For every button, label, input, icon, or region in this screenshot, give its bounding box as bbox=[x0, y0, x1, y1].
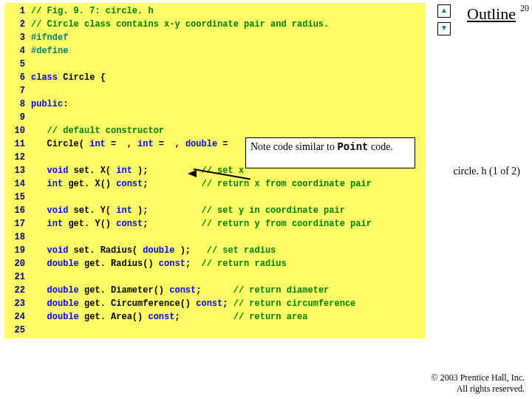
line-number: 25 bbox=[4, 324, 31, 337]
line-number: 5 bbox=[4, 58, 31, 71]
code-text: int get. Y() const; // return y from coo… bbox=[31, 217, 372, 231]
code-line: 24 double get. Area() const; // return a… bbox=[4, 310, 426, 324]
line-number: 14 bbox=[4, 177, 31, 191]
line-number: 3 bbox=[4, 31, 31, 44]
code-text: void set. Y( int ); // set y in coordina… bbox=[31, 204, 345, 217]
code-text: class Circle { bbox=[31, 71, 106, 84]
code-line: 22 double get. Diameter() const; // retu… bbox=[4, 284, 426, 297]
code-text: double get. Radius() const; // return ra… bbox=[31, 257, 287, 270]
callout-code-word: Point bbox=[337, 141, 368, 153]
code-line: 10 // default constructor bbox=[4, 124, 426, 137]
code-line: 6class Circle { bbox=[4, 71, 426, 84]
line-number: 13 bbox=[4, 164, 31, 177]
callout-note: Note code similar to Point code. bbox=[245, 137, 415, 168]
code-line: 7 bbox=[4, 84, 426, 98]
line-number: 11 bbox=[4, 137, 31, 151]
line-number: 6 bbox=[4, 71, 31, 84]
code-line: 21 bbox=[4, 270, 426, 284]
line-number: 24 bbox=[4, 310, 31, 324]
line-number: 20 bbox=[4, 257, 31, 270]
code-line: 8public: bbox=[4, 98, 426, 111]
slide-caption: circle. h (1 of 2) bbox=[453, 166, 520, 177]
line-number: 9 bbox=[4, 111, 31, 124]
code-line: 1// Fig. 9. 7: circle. h bbox=[4, 4, 426, 18]
callout-arrow-head bbox=[188, 170, 197, 177]
code-text: void set. X( int ); // set x bbox=[31, 164, 244, 177]
scroll-down-button[interactable]: ▼ bbox=[437, 22, 451, 35]
line-number: 1 bbox=[4, 4, 31, 18]
scroll-up-button[interactable]: ▲ bbox=[437, 4, 451, 18]
code-text: // Fig. 9. 7: circle. h bbox=[31, 4, 154, 18]
code-line: 14 int get. X() const; // return x from … bbox=[4, 177, 426, 191]
callout-text-pre: Note code similar to bbox=[250, 141, 337, 152]
code-text: Circle( int = , int = , double = ); bbox=[31, 137, 265, 151]
line-number: 2 bbox=[4, 18, 31, 31]
code-text: // Circle class contains x-y coordinate … bbox=[31, 18, 329, 31]
code-line: 19 void set. Radius( double ); // set ra… bbox=[4, 244, 426, 257]
code-line: 18 bbox=[4, 231, 426, 244]
code-text: #ifndef bbox=[31, 31, 68, 44]
slide: ▲ ▼ Outline 20 1// Fig. 9. 7: circle. h2… bbox=[0, 0, 532, 399]
code-text: double get. Diameter() const; // return … bbox=[31, 284, 329, 297]
line-number: 15 bbox=[4, 191, 31, 204]
code-line: 4#define bbox=[4, 44, 426, 58]
code-line: 9 bbox=[4, 111, 426, 124]
line-number: 23 bbox=[4, 297, 31, 310]
line-number: 4 bbox=[4, 44, 31, 58]
line-number: 7 bbox=[4, 84, 31, 98]
line-number: 17 bbox=[4, 217, 31, 231]
line-number: 16 bbox=[4, 204, 31, 217]
code-block: 1// Fig. 9. 7: circle. h2// Circle class… bbox=[4, 3, 426, 338]
code-text: #define bbox=[31, 44, 68, 58]
line-number: 21 bbox=[4, 270, 31, 284]
code-line: 25 bbox=[4, 324, 426, 337]
line-number: 8 bbox=[4, 98, 31, 111]
line-number: 10 bbox=[4, 124, 31, 137]
copyright-line-2: All rights reserved. bbox=[432, 383, 525, 395]
code-line: 3#ifndef bbox=[4, 31, 426, 44]
copyright-line-1: © 2003 Prentice Hall, Inc. bbox=[432, 372, 525, 383]
outline-heading: Outline bbox=[467, 4, 516, 24]
code-text: int get. X() const; // return x from coo… bbox=[31, 177, 372, 191]
code-line: 15 bbox=[4, 191, 426, 204]
code-text: void set. Radius( double ); // set radiu… bbox=[31, 244, 276, 257]
code-line: 2// Circle class contains x-y coordinate… bbox=[4, 18, 426, 31]
code-text: double get. Area() const; // return area bbox=[31, 310, 308, 324]
callout-text-post: code. bbox=[368, 141, 392, 152]
code-text: double get. Circumference() const; // re… bbox=[31, 297, 355, 310]
page-number: 20 bbox=[520, 3, 529, 14]
code-line: 5 bbox=[4, 58, 426, 71]
copyright: © 2003 Prentice Hall, Inc. All rights re… bbox=[432, 372, 525, 395]
line-number: 12 bbox=[4, 151, 31, 164]
line-number: 22 bbox=[4, 284, 31, 297]
code-text: public: bbox=[31, 98, 68, 111]
code-line: 20 double get. Radius() const; // return… bbox=[4, 257, 426, 270]
code-text: // default constructor bbox=[31, 124, 164, 137]
code-line: 17 int get. Y() const; // return y from … bbox=[4, 217, 426, 231]
line-number: 19 bbox=[4, 244, 31, 257]
code-line: 23 double get. Circumference() const; //… bbox=[4, 297, 426, 310]
code-line: 16 void set. Y( int ); // set y in coord… bbox=[4, 204, 426, 217]
line-number: 18 bbox=[4, 231, 31, 244]
